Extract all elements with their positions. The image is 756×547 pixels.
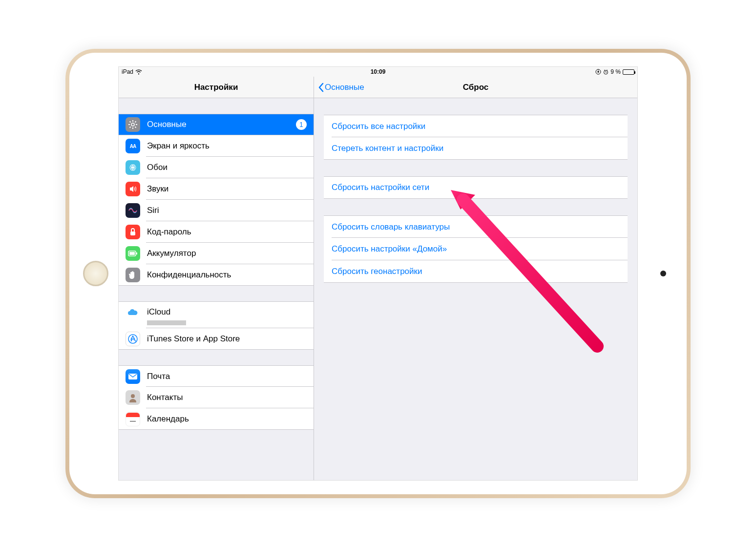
sidebar-item-mail[interactable]: Почта bbox=[119, 365, 314, 387]
sidebar-group-1: Основные 1 AA Экран и яркость Обои bbox=[119, 114, 314, 286]
siri-icon bbox=[126, 203, 140, 218]
sidebar-item-label: iCloud bbox=[147, 307, 307, 317]
clock: 10:09 bbox=[371, 68, 386, 75]
icloud-account-blur bbox=[147, 320, 186, 325]
notification-badge: 1 bbox=[296, 119, 307, 130]
detail-title: Сброс bbox=[463, 83, 489, 92]
contacts-icon bbox=[126, 390, 140, 405]
mail-icon bbox=[126, 369, 140, 384]
status-bar: iPad 10:09 9 % bbox=[119, 67, 637, 77]
sidebar-item-icloud[interactable]: iCloud bbox=[119, 301, 314, 328]
detail-header: Основные Сброс bbox=[314, 77, 637, 98]
device-bezel: iPad 10:09 9 % bbox=[69, 53, 687, 494]
sidebar-item-siri[interactable]: Siri bbox=[119, 200, 314, 221]
wallpaper-icon bbox=[126, 160, 140, 175]
sidebar-item-privacy[interactable]: Конфиденциальность bbox=[119, 264, 314, 286]
sidebar-item-label: Обои bbox=[147, 163, 307, 172]
home-button[interactable] bbox=[83, 261, 108, 286]
battery-percent: 9 % bbox=[610, 68, 621, 75]
screen: iPad 10:09 9 % bbox=[118, 66, 638, 481]
svg-rect-10 bbox=[136, 252, 137, 254]
reset-network-settings[interactable]: Сбросить настройки сети bbox=[324, 176, 628, 199]
reset-location-settings[interactable]: Сбросить геонастройки bbox=[324, 260, 628, 283]
detail-pane: Основные Сброс Сбросить все настройки Ст… bbox=[314, 77, 637, 480]
sidebar-item-label: Основные bbox=[147, 120, 296, 129]
gear-icon bbox=[126, 117, 140, 132]
rotation-lock-icon bbox=[595, 69, 601, 75]
battery-icon bbox=[623, 69, 634, 75]
appstore-icon bbox=[126, 332, 140, 346]
sidebar-item-label: Аккумулятор bbox=[147, 249, 307, 258]
svg-point-14 bbox=[131, 394, 135, 398]
speaker-icon bbox=[126, 182, 140, 196]
svg-rect-11 bbox=[129, 252, 135, 255]
svg-rect-1 bbox=[598, 71, 599, 73]
sidebar-item-label: Календарь bbox=[147, 414, 307, 424]
reset-all-settings[interactable]: Сбросить все настройки bbox=[324, 115, 628, 137]
sidebar-item-label: Почта bbox=[147, 372, 307, 381]
reset-group-2: Сбросить настройки сети bbox=[324, 176, 628, 199]
sidebar-item-general[interactable]: Основные 1 bbox=[119, 114, 314, 135]
reset-keyboard-dictionary[interactable]: Сбросить словарь клавиатуры bbox=[324, 215, 628, 238]
reset-group-3: Сбросить словарь клавиатуры Сбросить нас… bbox=[324, 215, 628, 283]
sidebar-item-contacts[interactable]: Контакты bbox=[119, 387, 314, 408]
hand-icon bbox=[126, 268, 140, 282]
reset-group-1: Сбросить все настройки Стереть контент и… bbox=[324, 115, 628, 160]
svg-rect-8 bbox=[130, 231, 135, 235]
reset-home-layout[interactable]: Сбросить настройки «Домой» bbox=[324, 238, 628, 260]
sidebar-group-3: Почта Контакты ― bbox=[119, 365, 314, 430]
wifi-icon bbox=[135, 69, 142, 75]
sidebar-item-label: Контакты bbox=[147, 393, 307, 402]
sidebar-item-passcode[interactable]: Код-пароль bbox=[119, 221, 314, 243]
back-label: Основные bbox=[325, 83, 364, 92]
sidebar-item-sounds[interactable]: Звуки bbox=[119, 178, 314, 200]
chevron-left-icon bbox=[318, 83, 324, 92]
back-button[interactable]: Основные bbox=[318, 83, 364, 92]
sidebar-item-wallpaper[interactable]: Обои bbox=[119, 157, 314, 178]
settings-sidebar[interactable]: Настройки Основные 1 AA Экран и ярк bbox=[119, 77, 314, 480]
sidebar-item-calendar[interactable]: ― Календарь bbox=[119, 408, 314, 430]
erase-content-settings[interactable]: Стереть контент и настройки bbox=[324, 137, 628, 160]
cloud-icon bbox=[126, 305, 140, 319]
sidebar-title: Настройки bbox=[119, 77, 314, 98]
sidebar-item-label: Конфиденциальность bbox=[147, 270, 307, 280]
sidebar-item-itunes[interactable]: iTunes Store и App Store bbox=[119, 328, 314, 350]
sidebar-item-label: iTunes Store и App Store bbox=[147, 334, 307, 344]
svg-point-5 bbox=[132, 167, 134, 168]
sidebar-item-label: Экран и яркость bbox=[147, 141, 307, 151]
sidebar-item-label: Siri bbox=[147, 206, 307, 215]
sidebar-item-label: Звуки bbox=[147, 184, 307, 194]
lock-icon bbox=[126, 225, 140, 239]
display-icon: AA bbox=[126, 139, 140, 153]
device-label: iPad bbox=[122, 68, 133, 75]
svg-point-3 bbox=[131, 123, 134, 126]
calendar-icon: ― bbox=[126, 412, 140, 426]
sidebar-group-2: iCloud iTunes Store и App Store bbox=[119, 301, 314, 350]
device-frame: iPad 10:09 9 % bbox=[65, 49, 691, 498]
sidebar-item-label: Код-пароль bbox=[147, 227, 307, 237]
battery-icon bbox=[126, 246, 140, 261]
sidebar-item-battery[interactable]: Аккумулятор bbox=[119, 243, 314, 264]
front-camera bbox=[660, 271, 666, 276]
sidebar-item-display[interactable]: AA Экран и яркость bbox=[119, 135, 314, 157]
alarm-icon bbox=[603, 69, 609, 75]
